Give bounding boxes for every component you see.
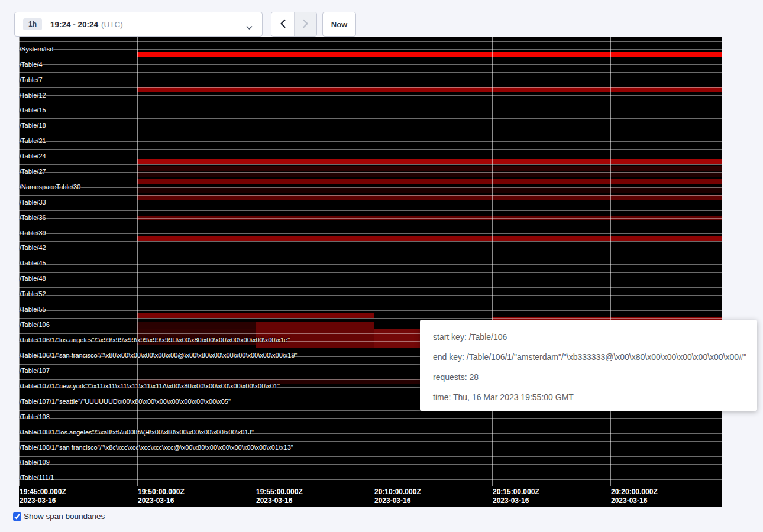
span-boundary-line	[19, 287, 722, 288]
span-boundary-line	[19, 318, 722, 319]
heat-band	[137, 195, 722, 200]
span-label: /Table/18	[20, 122, 46, 129]
axis-time-label: 20:10:00.000Z	[374, 488, 421, 497]
span-boundary-line	[19, 456, 722, 457]
span-boundary-line	[19, 479, 722, 480]
span-label: /Table/15	[20, 106, 46, 113]
span-label: /Table/36	[20, 214, 46, 221]
tooltip-requests: requests: 28	[433, 371, 744, 383]
span-boundary-line	[19, 141, 722, 142]
span-label: /Table/108/1/"los angeles"/"\xa8\xf5\u00…	[20, 429, 254, 436]
span-boundary-line	[19, 241, 722, 242]
span-label: /Table/55	[20, 306, 46, 313]
span-label: /Table/21	[20, 137, 46, 144]
span-label: /Table/39	[20, 229, 46, 236]
chevron-right-icon	[302, 19, 309, 30]
heat-band	[137, 159, 722, 164]
span-boundary-line	[19, 233, 722, 234]
span-boundary-line	[19, 134, 722, 134]
show-span-boundaries-label[interactable]: Show span boundaries	[24, 512, 105, 521]
span-boundary-line	[19, 118, 722, 119]
span-label: /Table/45	[20, 259, 46, 267]
next-interval-button[interactable]	[294, 12, 316, 36]
span-boundary-line	[19, 203, 722, 203]
span-boundary-line	[19, 80, 722, 80]
span-label: /Table/107/1/"new york"/"\x11\x11\x11\x1…	[20, 382, 280, 390]
span-boundary-line	[19, 72, 722, 73]
span-boundary-line	[19, 64, 722, 65]
span-boundary-line	[19, 226, 722, 226]
span-tooltip: start key: /Table/106 end key: /Table/10…	[420, 320, 757, 411]
heat-band	[137, 236, 722, 241]
time-range-timezone: (UTC)	[101, 20, 123, 29]
axis-date-label: 2023-03-16	[256, 497, 292, 505]
span-boundary-line	[19, 164, 722, 165]
span-label: /Table/52	[20, 290, 46, 297]
axis-date-label: 2023-03-16	[493, 497, 529, 505]
span-boundary-line	[19, 472, 722, 472]
time-gridline	[492, 37, 493, 486]
span-label: /Table/48	[20, 275, 46, 282]
axis-time-label: 20:15:00.000Z	[493, 488, 539, 497]
axis-date-label: 2023-03-16	[374, 497, 410, 505]
key-visualizer-canvas[interactable]: /System/tsd/Table/4/Table/7/Table/12/Tab…	[19, 37, 722, 507]
heat-band	[137, 52, 722, 57]
span-boundary-line	[19, 49, 722, 50]
span-label: /System/tsd	[20, 46, 53, 53]
span-boundary-line	[19, 126, 722, 126]
span-boundary-line	[19, 187, 722, 188]
span-label: /Table/7	[20, 76, 43, 83]
span-boundary-line	[19, 418, 722, 419]
footer: Show span boundaries	[13, 512, 105, 521]
span-boundary-line	[19, 172, 722, 173]
time-pager	[271, 12, 317, 37]
span-label: /NamespaceTable/30	[20, 183, 80, 190]
span-boundary-line	[19, 180, 722, 180]
axis-time-label: 19:45:00.000Z	[20, 488, 66, 497]
span-label: /Table/106/1/"san francisco"/"\x80\x00\x…	[20, 352, 298, 359]
time-gridline	[610, 37, 611, 486]
span-boundary-line	[19, 103, 722, 103]
span-boundary-line	[19, 280, 722, 280]
toolbar: 1h 19:24 - 20:24 (UTC) Now	[0, 0, 763, 37]
span-boundary-line	[19, 210, 722, 211]
span-label: /Table/33	[20, 199, 46, 206]
span-label: /Table/4	[20, 61, 43, 68]
time-gridline	[374, 37, 374, 486]
span-label: /Table/107/1/"seattle"/"UUUUUUD\x00\x80\…	[20, 398, 231, 405]
span-label: /Table/108/1/"san francisco"/"\x8c\xcc\x…	[20, 444, 293, 451]
show-span-boundaries-checkbox[interactable]	[13, 512, 21, 521]
time-range-select[interactable]: 1h 19:24 - 20:24 (UTC)	[14, 12, 263, 37]
chevron-down-icon	[246, 22, 253, 33]
span-label: /Table/24	[20, 153, 46, 160]
time-gridline	[256, 37, 256, 486]
span-boundary-line	[19, 303, 722, 303]
span-boundary-line	[19, 149, 722, 150]
prev-interval-button[interactable]	[271, 12, 294, 36]
time-range-label: 19:24 - 20:24	[50, 20, 98, 29]
span-label: /Table/12	[20, 92, 46, 99]
axis-date-label: 2023-03-16	[20, 497, 56, 505]
span-label: /Table/27	[20, 168, 46, 175]
span-boundary-line	[19, 95, 722, 96]
span-label: /Table/42	[20, 244, 46, 251]
axis-time-label: 19:50:00.000Z	[138, 488, 185, 497]
span-boundary-line	[19, 249, 722, 249]
tooltip-end-key: end key: /Table/106/1/"amsterdam"/"\xb33…	[433, 351, 744, 363]
tooltip-start-key: start key: /Table/106	[433, 331, 744, 343]
span-boundary-line	[19, 295, 722, 296]
span-label: /Table/107	[20, 367, 50, 374]
heat-band	[137, 187, 722, 193]
time-range-badge: 1h	[23, 18, 42, 30]
span-boundary-line	[19, 41, 722, 42]
span-label: /Table/106/1/"los angeles"/"\x99\x99\x99…	[20, 336, 290, 343]
span-boundary-line	[19, 464, 722, 465]
axis-date-label: 2023-03-16	[138, 497, 174, 505]
axis-time-label: 20:20:00.000Z	[611, 488, 658, 497]
span-boundary-line	[19, 57, 722, 57]
span-boundary-line	[19, 195, 722, 196]
now-button[interactable]: Now	[322, 12, 356, 37]
span-label: /Table/109	[20, 459, 50, 466]
span-boundary-line	[19, 257, 722, 257]
axis-time-label: 19:55:00.000Z	[256, 488, 303, 497]
